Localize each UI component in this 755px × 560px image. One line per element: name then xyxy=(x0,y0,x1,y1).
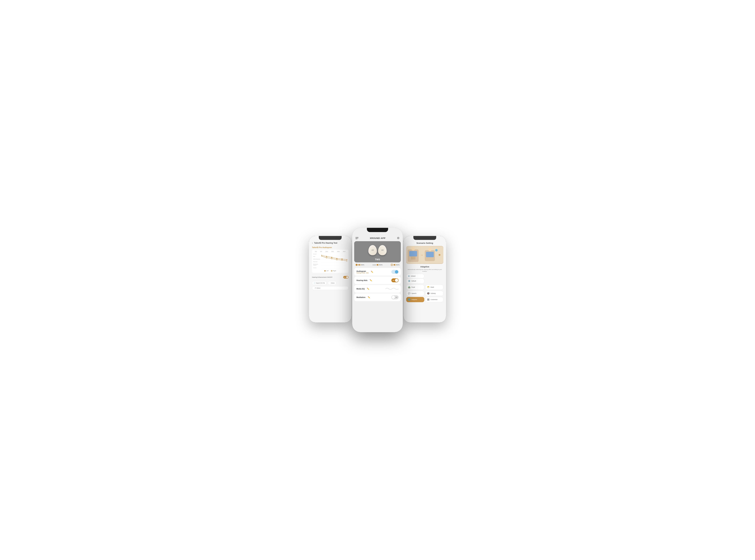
earbud-right: XR xyxy=(378,245,387,255)
scenario-btn-subway[interactable]: 🚇 Subway xyxy=(425,291,443,296)
svg-point-21 xyxy=(411,247,415,251)
mask-text: Mask xyxy=(430,286,434,288)
default-icon: ⚙️ xyxy=(408,280,410,282)
scenario-default[interactable]: ⚙️ Default xyxy=(406,274,424,278)
notch-left xyxy=(319,236,342,240)
app-title: XROUND APP xyxy=(370,237,386,239)
battery-row: L 64% CASE 64% R 64% xyxy=(352,262,403,267)
scenario-btn-customize[interactable]: 🎛️ Customize xyxy=(425,297,443,302)
svg-point-27 xyxy=(435,249,438,252)
earbud-left-logo: XR xyxy=(371,249,374,251)
phone-center: XROUND APP ⚙ XR XR TWS xyxy=(352,228,403,332)
svg-point-8 xyxy=(331,257,332,258)
features-list: Audiogram Hearing Profile : Mild ✏️ Hear… xyxy=(352,267,403,332)
retest-button[interactable]: ↺ Retest xyxy=(312,286,348,290)
svg-point-15 xyxy=(336,259,338,260)
freq-4000: 4000 xyxy=(337,251,340,252)
share-button[interactable]: ↑ Share xyxy=(328,281,336,285)
adaptive-label: Adaptive xyxy=(406,265,443,268)
svg-text:L: L xyxy=(356,264,357,265)
back-icon[interactable]: ‹ xyxy=(312,241,313,244)
right-indicator-icon: R xyxy=(391,264,393,266)
scenario-illustration: → xyxy=(406,246,443,264)
action-row: 📄 Export CSV file ↑ Share xyxy=(312,281,348,285)
meditation-toggle[interactable]: off xyxy=(391,295,399,299)
scenario-btn-speech[interactable]: 💬 Speech xyxy=(406,291,424,296)
scenario-btn-adaptive[interactable]: 🌐 Adaptive xyxy=(406,297,424,302)
legend-left: Left xyxy=(326,270,328,272)
svg-point-28 xyxy=(438,254,441,256)
scenario-btn-mask[interactable]: 😷 Mask xyxy=(425,284,443,290)
device-name: TWS xyxy=(375,258,380,261)
enhancement-toggle[interactable]: on xyxy=(343,276,348,279)
speech-text: Speech xyxy=(411,293,416,294)
share-label: Share xyxy=(331,282,334,284)
scenario-grid: ⚙️ Default xyxy=(406,274,443,278)
svg-point-10 xyxy=(342,258,343,259)
export-csv-button[interactable]: 📄 Export CSV file xyxy=(312,281,327,285)
eq-wave-display xyxy=(386,287,399,291)
earbuds-section: XR XR TWS xyxy=(354,241,401,262)
svg-point-9 xyxy=(336,258,338,259)
enhancement-label: Hearing Enhancement ON/OFF xyxy=(312,276,332,278)
svg-point-26 xyxy=(428,248,432,251)
notch-right xyxy=(413,236,436,240)
notch-center xyxy=(367,228,388,232)
customize-text: Customize xyxy=(430,299,437,300)
chart-legend: Left Right xyxy=(313,270,347,272)
share-icon: ↑ xyxy=(330,282,330,284)
export-icon: 📄 xyxy=(314,282,315,284)
retest-icon: ↺ xyxy=(315,287,316,289)
settings-button[interactable]: ⚙ xyxy=(397,236,400,240)
default-icon: ⚙️ xyxy=(408,275,410,277)
media-eq-edit-icon[interactable]: ✏️ xyxy=(367,288,369,290)
adaptive-text: Adaptive xyxy=(411,299,417,300)
meditation-edit-icon[interactable]: ✏️ xyxy=(368,296,370,298)
earbud-right-logo: XR xyxy=(381,249,384,251)
audiogram-card: Audiogram Hearing Profile : Mild ✏️ xyxy=(354,268,401,276)
status-bar xyxy=(352,228,403,235)
hearing-aids-edit-icon[interactable]: ✏️ xyxy=(370,279,372,281)
svg-point-12 xyxy=(321,256,322,257)
enhancement-row: Hearing Enhancement ON/OFF on xyxy=(312,275,348,280)
hearing-aids-toggle[interactable]: on xyxy=(391,278,399,282)
phone-right: Scenario Setting → xyxy=(404,236,446,322)
battery-case-pct: 64% xyxy=(380,264,383,266)
svg-rect-25 xyxy=(426,252,434,257)
case-label: CASE xyxy=(372,264,376,266)
scene: ‹ TailorID Pro Hearing Test TailorID Pro… xyxy=(304,223,451,337)
freq-1000: 1000 xyxy=(325,251,328,252)
svg-point-17 xyxy=(347,260,347,261)
earbuds-image: XR XR xyxy=(368,243,387,258)
hearing-aids-name: Hearing Aids xyxy=(356,279,367,281)
subway-icon: 🚇 xyxy=(427,292,430,295)
battery-left: L 64% xyxy=(355,264,364,266)
phone-left: ‹ TailorID Pro Hearing Test TailorID Pro… xyxy=(309,236,351,322)
left-indicator-icon: L xyxy=(355,264,358,266)
media-eq-card: Media EQ ✏️ xyxy=(354,285,401,293)
audiogram-feature-sub: Hearing Profile : Mild xyxy=(356,272,369,274)
menu-button[interactable] xyxy=(355,237,359,239)
adaptive-desc: Automatically switching the hearing effe… xyxy=(406,268,443,272)
battery-right: R 64% xyxy=(391,264,400,266)
svg-point-14 xyxy=(331,258,332,259)
scenario-btn-road[interactable]: 🛣️ Road xyxy=(406,284,424,290)
svg-rect-22 xyxy=(411,257,416,260)
svg-point-16 xyxy=(342,260,343,261)
audiogram-toggle[interactable] xyxy=(391,270,399,274)
freq-2000: 2000 xyxy=(331,251,334,252)
audiogram-feature-name: Audiogram xyxy=(356,270,369,272)
default-label: Default xyxy=(411,275,415,277)
hearing-aids-toggle-text: on xyxy=(393,280,394,281)
meditation-name: Meditation xyxy=(356,296,365,298)
left-page-title: TailorID Pro Hearing Test xyxy=(314,242,337,244)
media-eq-name: Media EQ xyxy=(356,288,365,290)
scenario-page-title: Scenario Setting xyxy=(406,242,443,244)
legend-right: Right xyxy=(333,270,336,272)
audiogram-edit-icon[interactable]: ✏️ xyxy=(371,271,373,273)
speech-icon: 💬 xyxy=(408,292,410,295)
svg-text:→: → xyxy=(420,253,423,257)
scenario-btn-default[interactable]: ⚙️ Default xyxy=(406,278,424,284)
battery-right-pct: 64% xyxy=(396,264,400,266)
default-text: Default xyxy=(411,280,416,282)
